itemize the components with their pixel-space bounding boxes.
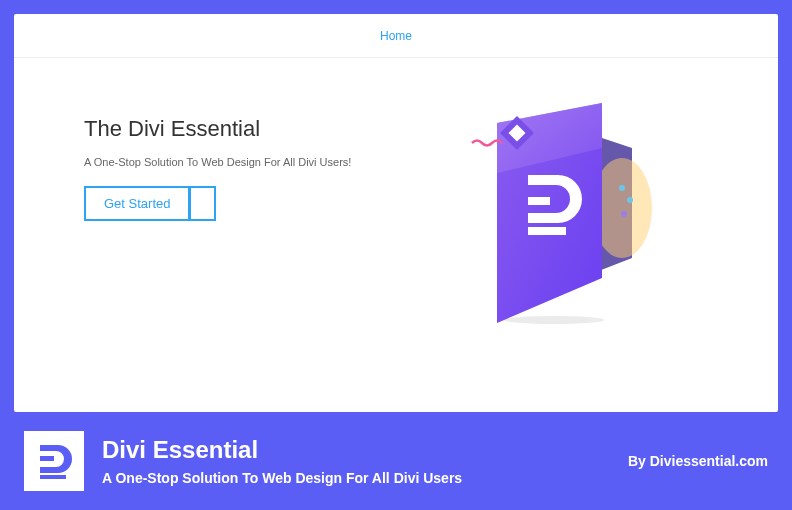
nav-link-home[interactable]: Home xyxy=(380,29,412,43)
svg-point-7 xyxy=(621,211,627,217)
footer-bar: Divi Essential A One-Stop Solution To We… xyxy=(0,412,792,510)
nav-bar: Home xyxy=(14,14,778,58)
button-row: Get Started xyxy=(84,186,376,221)
footer-text: Divi Essential A One-Stop Solution To We… xyxy=(102,436,628,486)
page-wrapper: Home The Divi Essential A One-Stop Solut… xyxy=(14,14,778,412)
product-illustration xyxy=(462,98,662,328)
svg-point-8 xyxy=(504,316,604,324)
hero-text-column: The Divi Essential A One-Stop Solution T… xyxy=(84,98,376,328)
svg-rect-10 xyxy=(40,475,66,479)
svg-rect-9 xyxy=(40,456,54,461)
footer-logo xyxy=(24,431,84,491)
hero-subtitle: A One-Stop Solution To Web Design For Al… xyxy=(84,156,376,168)
hero-illustration-column xyxy=(416,98,708,328)
svg-rect-3 xyxy=(528,197,550,205)
svg-point-5 xyxy=(619,185,625,191)
get-started-button[interactable]: Get Started xyxy=(84,186,190,221)
svg-point-6 xyxy=(627,197,633,203)
svg-rect-4 xyxy=(528,227,566,235)
secondary-button[interactable] xyxy=(190,186,216,221)
footer-byline: By Diviessential.com xyxy=(628,453,768,469)
content-area: The Divi Essential A One-Stop Solution T… xyxy=(14,58,778,328)
footer-subtitle: A One-Stop Solution To Web Design For Al… xyxy=(102,470,628,486)
footer-title: Divi Essential xyxy=(102,436,628,464)
logo-icon xyxy=(34,441,74,481)
hero-title: The Divi Essential xyxy=(84,116,376,142)
